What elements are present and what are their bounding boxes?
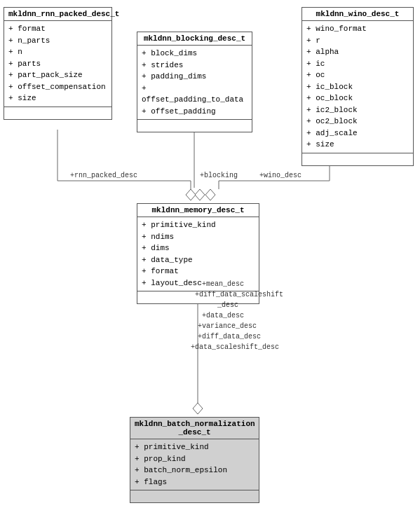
batch-norm-class: mkldnn_batch_normalization_desc_t + prim… (130, 417, 259, 503)
wino-desc-label: +wino_desc (259, 172, 302, 179)
field: + offset_compensation (8, 81, 107, 93)
field: + oc (306, 69, 409, 81)
memory-title: mkldnn_memory_desc_t (137, 204, 259, 217)
batch-norm-title: mkldnn_batch_normalization_desc_t (130, 418, 259, 439)
svg-marker-9 (205, 189, 215, 200)
field: + batch_norm_epsilon (135, 465, 255, 476)
field: + n (8, 46, 107, 58)
field: + primitive_kind (135, 441, 255, 453)
svg-marker-11 (193, 403, 203, 414)
blocking-body: + block_dims + strides + padding_dims + … (137, 46, 252, 119)
blocking-label: +blocking (200, 172, 238, 179)
field: + prop_kind (135, 453, 255, 465)
variance-desc-label: +variance_desc (198, 322, 257, 330)
field: + offset_padding (142, 106, 248, 118)
field: + block_dims (142, 48, 248, 60)
field: + size (306, 139, 409, 151)
field: + format (8, 23, 107, 35)
field: + adj_scale (306, 128, 409, 139)
memory-class: mkldnn_memory_desc_t + primitive_kind + … (137, 203, 259, 304)
field: + ic_block (306, 81, 409, 93)
field: + alpha (306, 46, 409, 58)
field: + parts (8, 58, 107, 70)
data-desc-label: +data_desc (202, 312, 244, 320)
field: + oc_block (306, 92, 409, 104)
svg-marker-3 (186, 189, 196, 200)
field: + size (8, 92, 107, 104)
blocking-title: mkldnn_blocking_desc_t (137, 32, 252, 46)
diff-data-scaleshift-label: +diff_data_scaleshift (195, 291, 283, 298)
rnn-packed-title: mkldnn_rnn_packed_desc_t (4, 8, 111, 21)
field: + ndims (142, 231, 255, 243)
field: + part_pack_size (8, 69, 107, 81)
field: + strides (142, 60, 248, 71)
field: + dims (142, 242, 255, 254)
desc-label: _desc (217, 301, 238, 309)
field: + oc2_block (306, 116, 409, 128)
rnn-packed-empty (4, 107, 111, 119)
field: + padding_dims (142, 71, 248, 83)
wino-body: + wino_format + r + alpha + ic + oc + ic… (302, 21, 413, 153)
field: + primitive_kind (142, 219, 255, 231)
field: + data_type (142, 254, 255, 266)
field: + offset_padding_to_data (142, 83, 248, 106)
mean-desc-label: +mean_desc (202, 280, 244, 288)
field: + r (306, 35, 409, 47)
batch-norm-empty (130, 490, 259, 502)
field: + format (142, 266, 255, 277)
field: + ic (306, 58, 409, 70)
field: + n_parts (8, 35, 107, 47)
rnn-packed-body: + format + n_parts + n + parts + part_pa… (4, 21, 111, 107)
wino-class: mkldnn_wino_desc_t + wino_format + r + a… (302, 7, 414, 166)
field: + ic2_block (306, 104, 409, 116)
wino-empty (302, 153, 413, 165)
data-scaleshift-desc-label: +data_scaleshift_desc (191, 343, 279, 351)
svg-marker-5 (195, 189, 205, 200)
batch-norm-body: + primitive_kind + prop_kind + batch_nor… (130, 439, 259, 490)
rnn-packed-desc-label: +rnn_packed_desc (70, 172, 137, 179)
diagram-container: mkldnn_rnn_packed_desc_t + format + n_pa… (0, 0, 420, 515)
field: + flags (135, 476, 255, 488)
rnn-packed-class: mkldnn_rnn_packed_desc_t + format + n_pa… (4, 7, 112, 120)
field: + wino_format (306, 23, 409, 35)
diff-data-desc-label: +diff_data_desc (198, 333, 261, 341)
blocking-class: mkldnn_blocking_desc_t + block_dims + st… (137, 32, 252, 132)
wino-title: mkldnn_wino_desc_t (302, 8, 413, 21)
blocking-empty (137, 119, 252, 132)
